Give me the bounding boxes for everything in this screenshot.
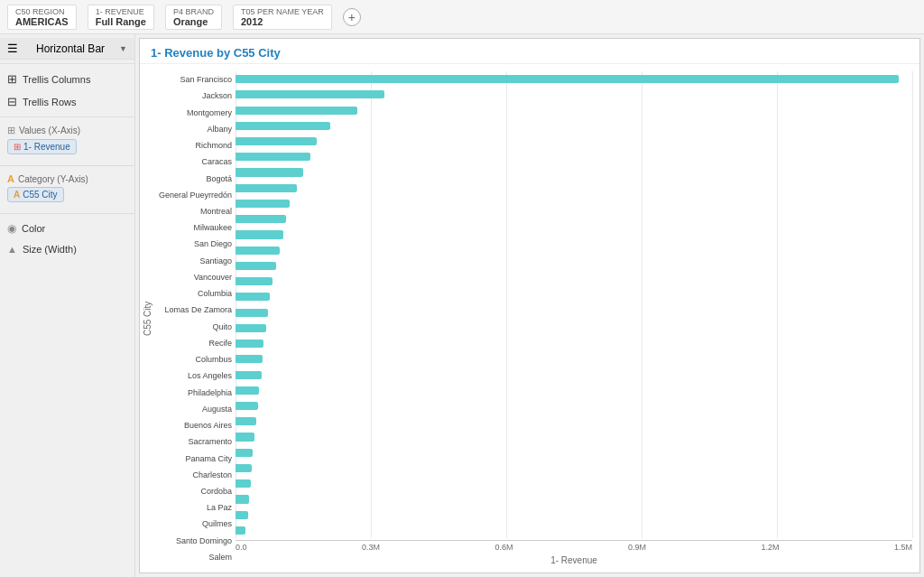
values-section: Values (X-Axis) 1- Revenue (0, 121, 134, 162)
bar-row (236, 196, 912, 211)
city-labels-column: San FranciscoJacksonMontgomeryAlbanyRich… (154, 71, 236, 565)
bar-row (236, 102, 912, 117)
bar (236, 262, 276, 270)
filter-bar: C50 Region AMERICAS 1- Revenue Full Rang… (0, 0, 924, 34)
color-label: Color (22, 223, 45, 234)
x-axis-tick: 1.2M (761, 543, 779, 552)
city-label: Philadelphia (154, 384, 236, 400)
brand-filter[interactable]: P4 Brand Orange (165, 5, 222, 30)
bar-row (236, 351, 912, 367)
region-filter[interactable]: C50 Region AMERICAS (7, 5, 77, 30)
bar (236, 230, 283, 238)
city-label: Santo Domingo (154, 533, 236, 549)
city-label: Columbia (154, 285, 236, 302)
grid-line (912, 71, 913, 538)
chart-type-selector[interactable]: Horizontal Bar ▼ (0, 38, 134, 60)
y-axis-label: C55 City (140, 71, 154, 565)
city-label: Vancouver (154, 269, 236, 285)
bar (236, 215, 286, 223)
bar (236, 247, 280, 255)
bar-row (236, 87, 912, 102)
bar (236, 200, 290, 208)
city-label: Buenos Aires (154, 417, 236, 433)
city-label: Bogotá (154, 170, 236, 186)
bar-row (236, 289, 912, 304)
add-filter-button[interactable]: + (343, 8, 361, 26)
city-label: Charleston (154, 467, 236, 483)
region-value: AMERICAS (15, 16, 69, 27)
chart-type-label: Horizontal Bar (36, 42, 105, 55)
city-label: San Francisco (154, 71, 236, 88)
bar-row (236, 398, 912, 414)
category-axis-label: Category (Y-Axis) (7, 173, 127, 184)
city-label: Cordoba (154, 483, 236, 499)
chart-title: 1- Revenue by C55 City (140, 39, 919, 64)
bar-row (236, 305, 912, 321)
bar-row (236, 164, 912, 180)
revenue-chip[interactable]: 1- Revenue (7, 139, 77, 154)
city-label: Milwaukee (154, 219, 236, 236)
bar (236, 511, 248, 519)
size-section[interactable]: Size (Width) (0, 239, 134, 259)
bar-row (236, 227, 912, 242)
bar (236, 309, 268, 317)
revenue-chip-icon (14, 142, 21, 152)
city-label: General Pueyrredón (154, 187, 236, 203)
bars-and-grid: 0.00.3M0.6M0.9M1.2M1.5M 1- Revenue (236, 71, 912, 565)
trellis-rows-icon (7, 95, 17, 108)
city-label: Sacramento (154, 433, 236, 450)
bar (236, 137, 317, 145)
chart-type-dropdown-arrow: ▼ (119, 44, 127, 53)
bar (236, 122, 330, 130)
divider-4 (0, 213, 134, 214)
bar (236, 168, 303, 176)
city-label: Lomas De Zamora (154, 302, 236, 318)
size-label: Size (Width) (23, 244, 77, 255)
bar-row (236, 491, 912, 507)
left-panel: Horizontal Bar ▼ Trellis Columns Trellis… (0, 34, 135, 577)
x-axis-tick: 0.6M (494, 543, 513, 552)
region-label: C50 Region (15, 7, 69, 16)
x-axis-tick: 0.0 (236, 543, 247, 552)
bar (236, 479, 251, 488)
city-label: Richmond (154, 137, 236, 154)
category-section: Category (Y-Axis) C55 City (0, 170, 134, 209)
x-axis-label: 1- Revenue (236, 554, 912, 565)
grid-bars-container (236, 71, 912, 538)
size-icon (7, 244, 17, 255)
bar-row (236, 414, 912, 429)
bar-row (236, 523, 912, 538)
bar (236, 153, 310, 161)
bar (236, 449, 253, 457)
values-icon (7, 125, 15, 136)
bar-row (236, 476, 912, 491)
city-label: Montgomery (154, 104, 236, 120)
city-label: Los Angeles (154, 368, 236, 384)
divider-1 (0, 63, 134, 64)
city-label: Salem (154, 549, 236, 565)
bar (236, 184, 297, 192)
year-filter[interactable]: T05 Per Name Year 2012 (233, 5, 332, 30)
bar (236, 386, 259, 395)
city-label: Augusta (154, 401, 236, 417)
bar-row (236, 507, 912, 523)
bar (236, 293, 270, 301)
bar (236, 495, 249, 503)
year-label: T05 Per Name Year (241, 7, 324, 16)
year-value: 2012 (241, 16, 324, 27)
bar (236, 277, 273, 285)
city-label: San Diego (154, 236, 236, 252)
horizontal-bar-icon (7, 42, 18, 55)
brand-label: P4 Brand (173, 7, 214, 16)
city-label: Panama City (154, 450, 236, 466)
trellis-rows-item[interactable]: Trellis Rows (0, 90, 134, 113)
color-section[interactable]: Color (0, 218, 134, 239)
trellis-columns-item[interactable]: Trellis Columns (0, 68, 134, 90)
revenue-filter[interactable]: 1- Revenue Full Range (88, 5, 154, 30)
city-chip[interactable]: C55 City (7, 187, 64, 202)
x-axis-tick: 0.3M (362, 543, 380, 552)
city-label: Albany (154, 121, 236, 137)
bar (236, 340, 263, 348)
bar-row (236, 461, 912, 476)
bar-row (236, 134, 912, 149)
